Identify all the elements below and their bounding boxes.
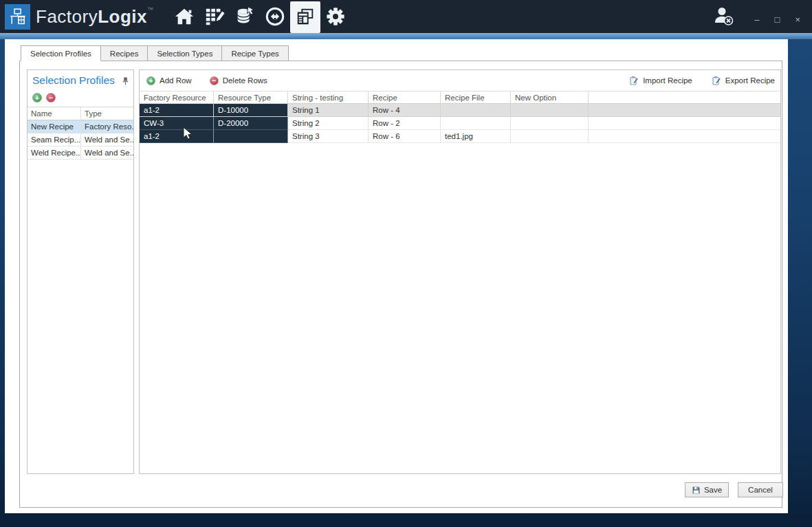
clipboard-import-icon [629,76,639,85]
user-status-button[interactable] [712,5,734,29]
nav-documents-button[interactable] [290,1,320,33]
profile-name: New Recipe [28,120,81,133]
grid-pencil-icon [204,6,225,27]
col-new-option[interactable]: New Option [511,92,589,104]
maximize-button[interactable]: □ [773,14,782,25]
cell-recipe[interactable]: Row - 4 [369,104,441,117]
nav-materials-button[interactable] [230,0,260,33]
nav-settings-button[interactable] [320,0,351,33]
nav-process-editor-button[interactable] [199,0,230,33]
cell-new-option[interactable] [511,104,589,117]
cell-recipe[interactable]: Row - 2 [369,117,441,130]
close-button[interactable]: × [793,14,802,25]
pin-button[interactable] [122,76,129,88]
clipboard-export-icon [712,76,721,85]
column-header-name[interactable]: Name [28,107,81,120]
cancel-label: Cancel [748,486,773,494]
cell-recipe-file[interactable] [441,117,511,130]
documents-icon [295,7,316,28]
col-factory-resource[interactable]: Factory Resource [140,92,214,104]
cell-string-testing[interactable]: String 3 [288,130,369,143]
col-recipe[interactable]: Recipe [369,92,441,104]
cell-string-testing[interactable]: String 1 [288,104,369,117]
grid-row[interactable]: a1-2 D-10000 String 1 Row - 4 [140,104,780,117]
cell-filler [589,130,780,143]
user-logged-out-icon [712,5,734,27]
home-icon [174,6,195,27]
selection-profiles-panel: Selection Profiles + − Name [27,69,134,474]
grid-header: Factory Resource Resource Type String - … [140,91,780,104]
grid-row[interactable]: a1-2 String 3 Row - 6 ted1.jpg [140,130,780,143]
tab-strip: Selection Profiles Recipes Selection Typ… [21,45,289,61]
panel-titlebar: Selection Profiles [28,70,133,88]
cell-factory-resource[interactable]: a1-2 [140,130,214,143]
col-resource-type[interactable]: Resource Type [214,92,288,104]
profile-type: Weld and Se... [81,133,133,146]
window-controls: – □ × [752,8,802,25]
tab-selection-profiles[interactable]: Selection Profiles [21,45,101,61]
tab-content: Selection Profiles + − Name [19,61,782,508]
grid-row[interactable]: CW-3 D-20000 String 2 Row - 2 [140,117,780,130]
recipe-grid-panel: + Add Row − Delete Rows [139,69,781,474]
cell-new-option[interactable] [511,117,589,130]
title-bar: FactoryLogix™ [0,0,812,33]
application-window: FactoryLogix™ [0,0,812,527]
database-icon [234,6,255,27]
titlebar-right: – □ × [712,0,812,33]
circle-arrows-icon [265,6,285,27]
main-nav-icons [169,0,351,33]
column-header-type[interactable]: Type [81,107,133,120]
add-profile-button[interactable]: + [32,93,42,103]
brand-wordmark: FactoryLogix™ [36,6,154,28]
cell-filler [589,104,780,117]
cell-resource-type[interactable]: D-20000 [214,117,288,130]
profile-row[interactable]: Weld Recipe... Weld and Se... [28,147,133,160]
remove-profile-button[interactable]: − [46,93,56,103]
profiles-list: Name Type New Recipe Factory Reso... Sea… [28,107,133,160]
delete-rows-button[interactable]: − Delete Rows [210,76,267,85]
cell-string-testing[interactable]: String 2 [288,117,369,130]
export-recipe-button[interactable]: Export Recipe [712,76,775,85]
profile-row[interactable]: New Recipe Factory Reso... [28,120,133,133]
add-row-label: Add Row [160,76,192,85]
brand-bold: Logix [98,6,147,27]
cell-resource-type[interactable]: D-10000 [214,104,288,117]
delete-rows-label: Delete Rows [223,76,267,85]
minimize-button[interactable]: – [752,14,761,25]
brand-light: Factory [36,6,98,27]
panel-title: Selection Profiles [32,74,122,87]
col-recipe-file[interactable]: Recipe File [441,92,511,104]
profile-name: Seam Recip... [28,133,81,146]
cell-recipe-file[interactable]: ted1.jpg [441,130,511,143]
cancel-button[interactable]: Cancel [738,482,783,497]
floppy-disk-icon [692,486,701,495]
cell-factory-resource[interactable]: CW-3 [140,117,214,130]
add-row-button[interactable]: + Add Row [146,76,192,85]
cell-recipe-file[interactable] [441,104,511,117]
cell-filler [589,117,780,130]
nav-home-button[interactable] [169,0,199,33]
import-recipe-button[interactable]: Import Recipe [629,76,692,85]
profiles-list-header: Name Type [28,107,133,120]
cell-new-option[interactable] [511,130,589,143]
trademark: ™ [147,6,154,13]
nav-navigator-button[interactable] [260,0,290,33]
tab-recipes[interactable]: Recipes [101,45,149,61]
tab-recipe-types[interactable]: Recipe Types [222,45,288,61]
grid-toolbar: + Add Row − Delete Rows [140,70,780,91]
save-button[interactable]: Save [685,482,729,497]
cell-factory-resource[interactable]: a1-2 [140,104,214,117]
cell-recipe[interactable]: Row - 6 [369,130,441,143]
profile-row[interactable]: Seam Recip... Weld and Se... [28,133,133,147]
content-area: Selection Profiles Recipes Selection Typ… [5,39,788,513]
gear-icon [325,6,346,27]
app-logo [5,4,30,30]
cell-resource-type[interactable] [214,130,288,143]
tab-selection-types[interactable]: Selection Types [148,45,222,61]
save-label: Save [704,486,722,494]
import-recipe-label: Import Recipe [643,76,692,85]
col-string-testing[interactable]: String - testing [288,92,369,104]
profile-type: Weld and Se... [81,147,133,159]
plus-icon: + [146,76,155,85]
panel-buttons: + − [28,88,133,107]
